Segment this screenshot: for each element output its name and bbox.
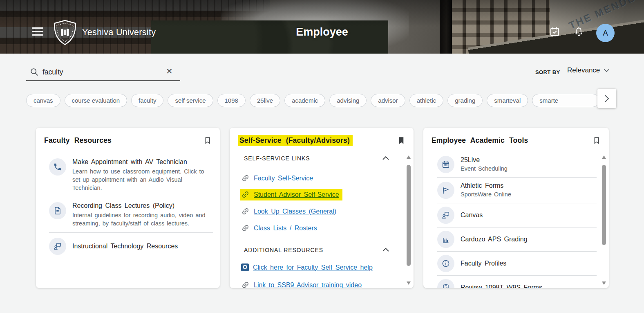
item-title: Instructional Technology Resources: [72, 243, 178, 250]
university-logo[interactable]: [53, 20, 77, 47]
item-description: Internal guidelines for recording audio,…: [72, 211, 213, 227]
chip-25live[interactable]: 25live: [250, 94, 280, 107]
scrollbar[interactable]: [405, 155, 412, 286]
search-icon: [29, 67, 39, 79]
list-item-athletic-forms[interactable]: Athletic Forms SportsWare Online: [437, 178, 597, 203]
sort-by-label: SORT BY: [535, 69, 560, 75]
scroll-up-arrow[interactable]: [407, 155, 411, 159]
chip-advising[interactable]: advising: [329, 94, 367, 107]
link-label: Faculty Self-Service: [254, 175, 313, 182]
link-label: Look Up Classes (General): [254, 208, 336, 215]
card-faculty-resources: Faculty Resources Make Appointment with …: [36, 128, 220, 288]
link-label: Click here for Faculty Self Service help: [253, 264, 373, 271]
yu-shield-icon: [241, 263, 249, 271]
chip-grading[interactable]: grading: [447, 94, 483, 107]
chip-smarte-truncated[interactable]: smarte: [532, 94, 598, 107]
university-name: Yeshiva University: [82, 27, 156, 38]
document-icon: [49, 202, 66, 219]
link-icon: [241, 224, 250, 232]
list-item-faculty-profiles[interactable]: Faculty Profiles: [437, 252, 597, 276]
chevron-up-icon[interactable]: [382, 246, 389, 254]
card-title: Employee Academic Tools: [432, 136, 528, 145]
item-title: Review 1098T W9S Forms: [461, 284, 542, 288]
card-self-service-faculty-advisors: Self-Service (Faculty/Advisors) SELF-SER…: [230, 128, 414, 288]
bookmark-icon[interactable]: [203, 135, 212, 147]
section-additional-resources: ADDITIONAL RESOURCES: [244, 246, 389, 254]
bar-chart-icon: [437, 231, 454, 248]
info-icon: [437, 255, 454, 272]
presentation-person-icon: [49, 238, 66, 255]
item-title: Cardozo APS Grading: [461, 236, 527, 243]
section-heading: SELF-SERVICE LINKS: [244, 155, 310, 162]
suggestion-chips-row: canvas course evaluation faculty self se…: [26, 91, 598, 110]
link-icon: [241, 207, 250, 216]
item-title: Athletic Forms: [461, 182, 511, 189]
chip-course-evaluation[interactable]: course evaluation: [65, 94, 127, 107]
search-underline: [26, 80, 180, 81]
chip-athletic[interactable]: athletic: [409, 94, 444, 107]
item-title: Canvas: [461, 212, 483, 219]
list-item-25live[interactable]: 25Live Event Scheduling: [437, 152, 597, 178]
chip-1098[interactable]: 1098: [217, 94, 246, 107]
flag-icon: [437, 182, 454, 199]
link-label: Class Lists / Rosters: [254, 225, 317, 232]
chip-canvas[interactable]: canvas: [26, 94, 60, 107]
chip-advisor[interactable]: advisor: [371, 94, 405, 107]
link-label: Link to SSB9 Advisor training video: [254, 281, 362, 288]
list-item-recording-policy[interactable]: Recording Class Lectures (Policy) Intern…: [49, 197, 213, 233]
item-title: Faculty Profiles: [461, 260, 506, 267]
phone-icon: [49, 158, 66, 176]
link-label: Student Advisor Self-Service: [254, 191, 339, 198]
list-item-review-1098t-w9s-forms[interactable]: Review 1098T W9S Forms: [437, 276, 597, 288]
link-ssb9-advisor-training-video[interactable]: Link to SSB9 Advisor training video: [241, 281, 362, 288]
scroll-down-arrow[interactable]: [407, 281, 411, 285]
presentation-person-icon: [437, 207, 454, 224]
bookmark-icon[interactable]: [593, 135, 601, 147]
calendar-check-icon[interactable]: [549, 26, 560, 39]
link-faculty-self-service-help[interactable]: Click here for Faculty Self Service help: [241, 263, 373, 271]
search-input[interactable]: [42, 66, 157, 78]
link-faculty-self-service[interactable]: Faculty Self-Service: [241, 174, 313, 182]
section-heading: ADDITIONAL RESOURCES: [244, 247, 323, 253]
scroll-up-arrow[interactable]: [602, 155, 606, 159]
link-icon: [241, 281, 250, 288]
chip-academic[interactable]: academic: [284, 94, 325, 107]
scrollbar[interactable]: [601, 155, 607, 286]
header-banner: THE MENDE Yeshiva University Employee A: [0, 0, 644, 54]
clear-search-icon[interactable]: ✕: [166, 66, 173, 76]
avatar[interactable]: A: [596, 24, 615, 42]
list-item-av-technician[interactable]: Make Appointment with AV Technician Lear…: [49, 153, 213, 197]
item-title: 25Live: [461, 156, 508, 164]
link-class-lists-rosters[interactable]: Class Lists / Rosters: [241, 224, 317, 232]
card-employee-academic-tools: Employee Academic Tools 25Live Event Sch…: [423, 128, 609, 288]
item-title: Make Appointment with AV Technician: [72, 158, 213, 166]
item-subtitle: Event Scheduling: [461, 164, 508, 173]
clipboard-check-icon: [437, 279, 454, 288]
chevron-right-icon: [604, 95, 609, 103]
sort-dropdown[interactable]: Relevance: [567, 66, 610, 74]
chip-smarteval[interactable]: smarteval: [487, 94, 528, 107]
link-icon: [241, 190, 250, 199]
item-description: Learn how to use classroom equipment. Cl…: [72, 167, 213, 192]
section-self-service-links: SELF-SERVICE LINKS: [244, 155, 389, 162]
sort-value: Relevance: [567, 66, 600, 74]
list-item-instructional-tech[interactable]: Instructional Technology Resources: [49, 233, 213, 260]
link-look-up-classes[interactable]: Look Up Classes (General): [241, 207, 336, 216]
chip-faculty[interactable]: faculty: [131, 94, 163, 107]
scroll-down-arrow[interactable]: [602, 281, 606, 285]
scroll-thumb[interactable]: [407, 165, 411, 266]
calendar-icon: [437, 156, 454, 173]
chips-next-button[interactable]: [597, 89, 616, 108]
list-item-cardozo-aps-grading[interactable]: Cardozo APS Grading: [437, 227, 597, 252]
list-item-canvas[interactable]: Canvas: [437, 203, 597, 227]
item-title: Recording Class Lectures (Policy): [72, 202, 213, 209]
hamburger-menu-icon[interactable]: [32, 27, 43, 36]
chip-self-service[interactable]: self service: [168, 94, 213, 107]
link-student-advisor-self-service[interactable]: Student Advisor Self-Service: [240, 189, 342, 200]
avatar-initial: A: [603, 29, 608, 38]
bell-icon[interactable]: [573, 26, 584, 39]
card-title: Faculty Resources: [44, 136, 112, 145]
link-icon: [241, 174, 250, 182]
scroll-thumb[interactable]: [602, 165, 606, 245]
chevron-up-icon[interactable]: [382, 155, 389, 162]
